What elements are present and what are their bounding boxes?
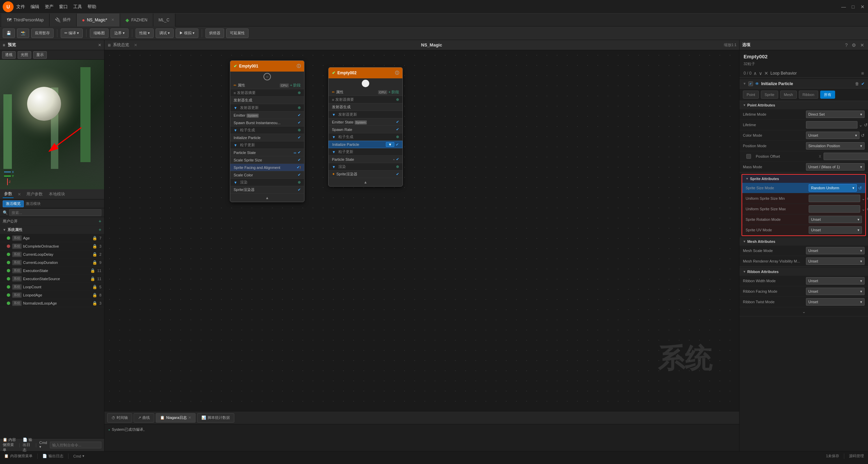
mesh-attributes-header[interactable]: ▼ Mesh Attributes — [739, 237, 868, 246]
sprite-uv-mode-select[interactable]: Unset ▾ — [809, 226, 862, 234]
preview-perspective-btn[interactable]: 透视 — [2, 51, 16, 59]
section-checkbox[interactable]: ✔ — [748, 81, 753, 86]
settings-icon[interactable]: ⚙ — [851, 42, 857, 48]
init-particle-section-header[interactable]: ▼ ✔ 👁 Initialize Particle 🗑 ✔ — [739, 79, 868, 89]
menu-assets[interactable]: 资产 — [45, 4, 54, 10]
search-input[interactable] — [9, 209, 101, 216]
log-close[interactable]: ✕ — [188, 415, 191, 420]
active-module-btn[interactable]: 激活模块 — [26, 201, 41, 206]
tab-thirdperson[interactable]: 🗺 ThirdPersonMap — [1, 14, 50, 26]
lifetime-input[interactable]: 5.0 — [806, 121, 857, 129]
add-emitter-btn[interactable]: ⊕ — [298, 91, 301, 95]
save-button[interactable]: 💾 — [3, 28, 15, 38]
expand-icon[interactable]: ⌄ — [862, 207, 865, 212]
content-menu-status[interactable]: 📋 内容侧滑菜单 — [4, 453, 33, 459]
filter-sprite[interactable]: Sprite — [761, 91, 778, 99]
tab-plugins[interactable]: 🔌 插件 — [50, 14, 77, 26]
thumbnail-button[interactable]: 缩略图 — [90, 28, 108, 38]
output-log-status[interactable]: 📄 输出日志 — [42, 453, 63, 459]
sprite-size-mode-select[interactable]: Random Uniform ▾ — [809, 184, 857, 192]
output-log-btn[interactable]: 📄 输出日志 — [23, 437, 33, 452]
preview-menu-icon[interactable]: ≡ — [3, 43, 5, 47]
reset-icon[interactable]: ↺ — [867, 196, 868, 201]
collapse-btn[interactable]: ▲ — [265, 196, 269, 200]
center-close-btn[interactable]: ✕ — [134, 43, 137, 47]
perf-button[interactable]: 性能 ▾ — [136, 28, 154, 38]
cmd-status[interactable]: Cmd ▾ — [73, 454, 84, 458]
sprite-attributes-header[interactable]: ▼ Sprite Attributes — [742, 175, 865, 183]
debug-button[interactable]: 调试 ▾ — [156, 28, 174, 38]
timeline-tab[interactable]: ⏱ 时间轴 — [107, 413, 132, 423]
ribbon-width-mode-select[interactable]: Unset ▾ — [806, 277, 865, 285]
clear-btn[interactable]: ✕ — [764, 71, 768, 76]
right-close-icon[interactable]: ✕ — [859, 42, 865, 48]
console-input[interactable] — [50, 442, 101, 448]
help-icon[interactable]: ? — [844, 42, 849, 48]
reset-icon[interactable]: ↺ — [858, 186, 862, 191]
active-overview-btn[interactable]: 激活概览 — [3, 200, 24, 207]
tab-fazhen[interactable]: ◆ FAZHEN — [120, 14, 153, 26]
close-button[interactable]: ✕ — [860, 4, 865, 9]
color-mode-select[interactable]: Unset ▾ — [806, 132, 860, 139]
filter-mesh[interactable]: Mesh — [780, 91, 797, 99]
scalability-button[interactable]: 可延展性 — [226, 28, 249, 38]
filter-point[interactable]: Point — [743, 91, 759, 99]
preview-lighting-btn[interactable]: 光照 — [18, 51, 31, 59]
menu-file[interactable]: 文件 — [16, 4, 25, 10]
x-input[interactable]: 0.0 — [824, 153, 868, 160]
collapse-btn[interactable]: ▲ — [364, 180, 368, 184]
ribbon-attributes-header[interactable]: ▼ Ribbon Attributes — [739, 268, 868, 276]
add-stage-btn[interactable]: + 阶段 — [290, 83, 301, 88]
add-render-btn[interactable]: ⊕ — [396, 165, 399, 169]
menu-edit[interactable]: 编辑 — [31, 4, 39, 10]
menu-window[interactable]: 窗口 — [59, 4, 68, 10]
source-control-status[interactable]: 源码管理 — [849, 453, 864, 459]
delete-section-btn[interactable]: 🗑 — [855, 81, 859, 86]
expand-icon[interactable]: ⌄ — [862, 196, 865, 201]
filter-all[interactable]: 所有 — [820, 91, 835, 99]
options-btn[interactable]: ≡ — [861, 71, 864, 76]
eye-icon[interactable]: 👁 — [755, 81, 759, 86]
preview-show-btn[interactable]: 显示 — [33, 51, 47, 59]
compile-button[interactable]: ✏ 编译 ▾ — [61, 28, 83, 38]
add-sys-param-button[interactable]: + — [99, 227, 101, 232]
filter-ribbon[interactable]: Ribbon — [799, 91, 818, 99]
node002-info[interactable]: ⓘ — [395, 70, 399, 76]
content-menu-btn[interactable]: 📋 内容侧滑菜单 — [3, 437, 16, 452]
tab-nsmagic[interactable]: ● NS_Magic* ✕ — [77, 14, 120, 26]
add-btn[interactable]: ⊕ — [396, 97, 399, 102]
params-tab-local[interactable]: 本地模块 — [47, 191, 66, 198]
tab-mlc[interactable]: ML_C — [153, 14, 175, 26]
add-update-btn[interactable]: ⊕ — [298, 105, 301, 110]
apply-save-button[interactable]: 应用暂存 — [31, 28, 54, 38]
node001-info[interactable]: ⓘ — [297, 63, 301, 69]
add-particle-btn[interactable]: ⊕ — [298, 128, 301, 132]
mesh-scale-mode-select[interactable]: Unset ▾ — [806, 247, 865, 254]
menu-help[interactable]: 帮助 — [87, 4, 96, 10]
uniform-size-max-input[interactable]: 2.0 — [809, 205, 860, 213]
prev-nav[interactable]: ∧ — [753, 71, 757, 76]
curves-tab[interactable]: ↗ 曲线 — [134, 413, 154, 423]
sprite-rotation-mode-select[interactable]: Unset ▾ — [809, 216, 862, 223]
reset-icon[interactable]: ↺ — [867, 207, 868, 212]
point-attributes-header[interactable]: ▼ Point Attributes — [739, 101, 868, 109]
lifetime-mode-select[interactable]: Direct Set ▾ — [806, 111, 865, 118]
boundary-button[interactable]: 边界 ▾ — [111, 28, 129, 38]
system-overview-tab[interactable]: 🖥 系统总览 — [107, 42, 129, 48]
init-particle-select-btn[interactable]: ▼ — [386, 142, 394, 147]
add-stage-btn[interactable]: + 阶段 — [389, 90, 399, 95]
maximize-button[interactable]: □ — [850, 4, 856, 9]
add-render-btn[interactable]: ⊕ — [298, 180, 301, 185]
stats-tab[interactable]: 📊 脚本统计数据 — [197, 413, 234, 423]
cmd-btn[interactable]: Cmd ▾ — [39, 441, 47, 449]
bake-button[interactable]: 烘焙器 — [205, 28, 224, 38]
tab-nsmagic-close[interactable]: ✕ — [111, 18, 114, 22]
next-nav[interactable]: ∨ — [759, 71, 762, 76]
graph-area[interactable]: 系统 ✔ Empty001 ⓘ ○ ✏ 属性 CPU + 阶段 — [104, 50, 739, 411]
ribbon-twist-mode-select[interactable]: Unset ▾ — [806, 298, 865, 306]
mass-mode-select[interactable]: Unset / (Mass of 1) ▾ — [806, 163, 865, 171]
reset-icon[interactable]: ↺ — [861, 133, 865, 138]
minimize-button[interactable]: — — [841, 4, 846, 9]
ribbon-facing-mode-select[interactable]: Unset ▾ — [806, 288, 865, 295]
params-tab-params[interactable]: 参数 — [3, 190, 14, 198]
